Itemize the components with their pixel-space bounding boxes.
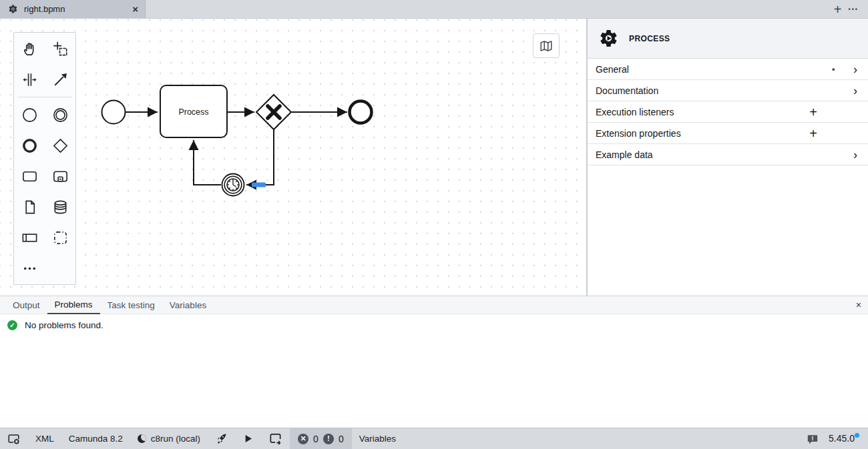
tab-task-testing[interactable]: Task testing xyxy=(100,297,162,314)
selected-flow-segment-handle[interactable] xyxy=(252,183,266,187)
speech-bubble-exclamation-icon: ! xyxy=(807,433,819,445)
add-execution-listener-button[interactable]: + xyxy=(809,105,817,119)
add-extension-property-button[interactable]: + xyxy=(809,127,817,140)
exclusive-gateway[interactable] xyxy=(256,95,291,129)
update-indicator-dot xyxy=(855,433,859,438)
task-label: Process xyxy=(178,107,208,117)
gateway-icon xyxy=(51,137,69,155)
data-store-icon xyxy=(51,198,69,216)
properties-panel-toggle-button[interactable] xyxy=(0,428,28,449)
start-event-icon xyxy=(21,106,39,124)
create-subprocess[interactable] xyxy=(45,161,75,191)
properties-header: PROCESS xyxy=(588,19,868,59)
problems-message-text: No problems found. xyxy=(25,320,103,330)
chevron-right-icon[interactable]: › xyxy=(851,85,860,97)
space-tool-icon xyxy=(21,71,39,89)
new-tab-button[interactable]: + xyxy=(834,3,842,16)
row-label: General xyxy=(596,64,832,75)
panel-settings-icon xyxy=(7,432,21,446)
create-data-object[interactable] xyxy=(14,191,45,222)
connect-arrow-icon xyxy=(51,71,69,89)
properties-row-extension-properties[interactable]: Extension properties + xyxy=(588,123,868,144)
tab-bar-actions: + ••• xyxy=(834,0,868,18)
xml-label: XML xyxy=(35,434,54,444)
create-task[interactable] xyxy=(14,161,45,191)
properties-row-documentation[interactable]: Documentation › xyxy=(588,80,868,101)
tab-bar: right.bpmn × + ••• xyxy=(0,0,868,19)
create-group[interactable] xyxy=(45,222,75,253)
properties-title: PROCESS xyxy=(629,34,670,43)
runtime-button[interactable]: c8run (local) xyxy=(130,428,208,449)
tab-variables[interactable]: Variables xyxy=(162,297,214,314)
properties-row-example-data[interactable]: Example data › xyxy=(588,144,868,165)
create-participant[interactable] xyxy=(14,222,45,253)
bottom-panel-tabs: Output Problems Task testing Variables × xyxy=(0,296,868,314)
engine-label: Camunda 8.2 xyxy=(69,434,123,444)
create-start-event[interactable] xyxy=(14,99,45,130)
space-tool[interactable] xyxy=(14,64,45,95)
feedback-button[interactable]: ! xyxy=(799,428,826,449)
minimap-toggle-button[interactable] xyxy=(533,33,560,58)
warning-count-icon: ! xyxy=(323,434,334,444)
modified-dot-icon: ● xyxy=(832,66,835,73)
crescent-moon-icon xyxy=(138,434,146,443)
tab-right-bpmn[interactable]: right.bpmn × xyxy=(0,0,146,18)
engine-version-button[interactable]: Camunda 8.2 xyxy=(61,428,130,449)
tab-output[interactable]: Output xyxy=(5,297,47,314)
problems-message: ✓ No problems found. xyxy=(0,314,868,330)
problems-count-section[interactable]: ✕ 0 ! 0 xyxy=(290,428,352,449)
end-event-icon xyxy=(21,137,39,155)
svg-text:!: ! xyxy=(812,435,814,442)
hand-icon xyxy=(21,40,39,58)
sequence-flow-timer-to-task[interactable] xyxy=(194,140,221,185)
end-event[interactable] xyxy=(350,101,372,123)
create-data-store[interactable] xyxy=(45,191,75,222)
runtime-label: c8run (local) xyxy=(151,434,200,444)
ellipsis-icon xyxy=(21,260,39,278)
create-end-event[interactable] xyxy=(14,130,45,161)
participant-icon xyxy=(21,229,39,247)
success-check-icon: ✓ xyxy=(7,320,17,330)
chevron-right-icon[interactable]: › xyxy=(851,63,860,75)
bpmn-gear-play-icon xyxy=(8,4,18,14)
subprocess-icon xyxy=(51,167,69,185)
more-entries[interactable] xyxy=(14,253,45,284)
sequence-flow-gateway-to-timer[interactable] xyxy=(246,129,274,185)
hand-tool[interactable] xyxy=(14,33,45,64)
tab-problems[interactable]: Problems xyxy=(47,296,100,314)
deploy-button[interactable] xyxy=(208,428,235,449)
variables-label: Variables xyxy=(359,434,396,444)
chevron-right-icon[interactable]: › xyxy=(851,149,860,161)
play-icon xyxy=(242,433,254,444)
start-event[interactable] xyxy=(102,101,126,124)
global-connect-tool[interactable] xyxy=(45,64,75,95)
version-button[interactable]: 5.45.0 xyxy=(826,428,868,449)
task-process[interactable]: Process xyxy=(160,85,227,137)
open-panel-arrow-icon xyxy=(268,432,282,446)
rocket-icon xyxy=(215,432,228,445)
lasso-icon xyxy=(51,40,69,58)
close-panel-icon[interactable]: × xyxy=(856,300,861,310)
overlay-button[interactable] xyxy=(261,428,290,449)
properties-row-general[interactable]: General ● › xyxy=(588,59,868,80)
warning-count: 0 xyxy=(339,434,344,444)
properties-panel: PROCESS General ● › Documentation › Exec… xyxy=(587,19,868,296)
create-intermediate-event[interactable] xyxy=(45,99,75,130)
row-label: Example data xyxy=(596,149,851,160)
bpmn-canvas[interactable]: Process xyxy=(0,19,587,296)
variables-button[interactable]: Variables xyxy=(352,428,403,449)
status-bar: XML Camunda 8.2 c8run (local) ✕ 0 ! 0 Va… xyxy=(0,428,868,449)
row-label: Documentation xyxy=(596,85,851,96)
palette xyxy=(13,32,76,285)
timer-intermediate-catch-event[interactable] xyxy=(222,174,244,196)
group-icon xyxy=(51,229,69,247)
more-actions-button[interactable]: ••• xyxy=(849,6,859,13)
process-gear-play-icon xyxy=(598,28,619,49)
properties-row-execution-listeners[interactable]: Execution listeners + xyxy=(588,101,868,123)
tab-close-icon[interactable]: × xyxy=(132,4,138,14)
xml-toggle-button[interactable]: XML xyxy=(28,428,61,449)
run-button[interactable] xyxy=(235,428,261,449)
tab-title: right.bpmn xyxy=(24,4,126,14)
create-gateway[interactable] xyxy=(45,130,75,161)
lasso-tool[interactable] xyxy=(45,33,75,64)
